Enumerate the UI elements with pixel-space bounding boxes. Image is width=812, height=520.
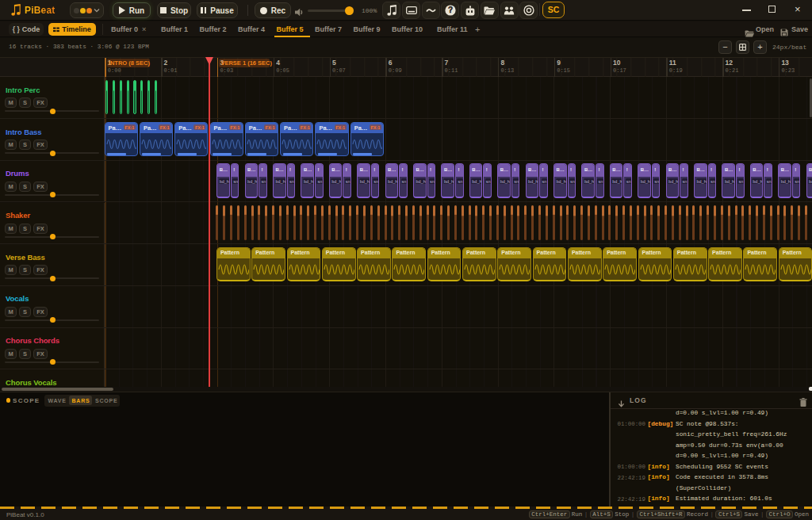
svg-text:?: ? <box>448 6 453 14</box>
